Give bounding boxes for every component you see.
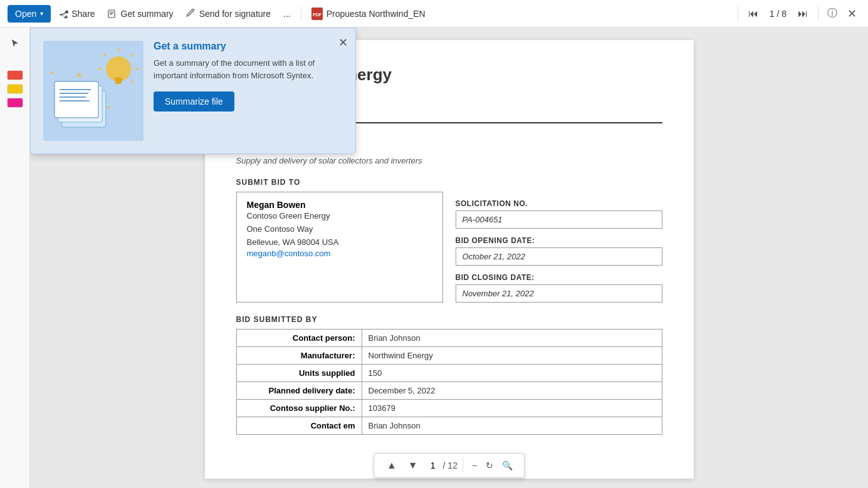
popup-title: Get a summary <box>154 41 343 52</box>
main-area: ntoso Green Energy Contoso Way lvue, WA … <box>0 28 868 488</box>
zoom-out-button[interactable]: − <box>468 458 481 473</box>
table-row: Units supplied150 <box>236 365 662 382</box>
pdf-icon: PDF <box>311 8 323 20</box>
svg-rect-6 <box>55 81 98 118</box>
summarize-label: Summarize file <box>165 96 223 106</box>
signature-icon <box>186 9 196 19</box>
bottom-page-input[interactable] <box>424 460 442 470</box>
table-row: Planned delivery date:December 5, 2022 <box>236 382 662 400</box>
send-signature-label: Send for signature <box>199 9 271 19</box>
solicitation-box: SOLICITATION NO. PA-004651 BID OPENING D… <box>456 192 662 303</box>
right-separator <box>738 6 738 21</box>
bottom-separator <box>463 459 463 472</box>
solicitation-label: SOLICITATION NO. <box>456 199 662 208</box>
bottom-up-button[interactable]: ▲ <box>382 457 402 474</box>
red-ink-tool[interactable] <box>7 70 23 80</box>
summarize-file-button[interactable]: Summarize file <box>154 91 234 112</box>
more-button[interactable]: ... <box>278 5 296 23</box>
close-button[interactable]: ✕ <box>844 3 860 24</box>
cursor-tool[interactable] <box>6 35 24 55</box>
popup-illustration: ✦ ✦ ✦ <box>43 41 144 141</box>
row-label: Units supplied <box>236 365 362 382</box>
separator <box>301 6 301 21</box>
page-current: 1 <box>770 9 775 19</box>
contact-company: Contoso Green Energy <box>247 210 432 223</box>
table-row: Contact emBrian Johnson <box>236 417 662 435</box>
bid-submitted-label: BID SUBMITTED BY <box>236 315 662 324</box>
last-page-button[interactable]: ⏭ <box>793 4 813 23</box>
row-label: Manufacturer: <box>236 347 362 365</box>
svg-text:PDF: PDF <box>313 13 322 17</box>
open-button[interactable]: Open ▾ <box>8 5 51 23</box>
share-label: Share <box>71 9 95 19</box>
submitted-table: Contact person:Brian JohnsonManufacturer… <box>236 329 662 435</box>
pink-ink-tool[interactable] <box>7 98 23 108</box>
bottom-navigation-bar: ▲ ▼ / 12 − ↻ 🔍 <box>374 453 525 478</box>
right-separator2 <box>818 6 818 21</box>
doc-subtitle: Supply and delivery of solar collectors … <box>236 156 662 165</box>
get-summary-label: Get summary <box>121 9 174 19</box>
toolbar: Open ▾ Share Get summary Send for signat… <box>0 0 868 28</box>
cursor-icon <box>10 39 20 49</box>
popup-close-button[interactable]: ✕ <box>338 36 348 49</box>
popup-text-area: Get a summary Get a summary of the docum… <box>154 41 343 141</box>
bid-closing-label: BID CLOSING DATE: <box>456 273 662 282</box>
submit-bid-label: SUBMIT BID TO <box>236 178 662 187</box>
bid-to-grid: Megan Bowen Contoso Green Energy One Con… <box>236 192 662 303</box>
info-button[interactable]: ⓘ <box>824 3 841 24</box>
zoom-search-button[interactable]: 🔍 <box>498 458 516 473</box>
contact-address2: Bellevue, WA 98004 USA <box>247 236 432 249</box>
first-page-button[interactable]: ⏮ <box>743 4 763 23</box>
open-label: Open <box>15 9 36 19</box>
row-value: Brian Johnson <box>362 330 662 347</box>
filename-label: Propuesta Northwind_EN <box>327 9 426 19</box>
popup-description: Get a summary of the document with a lis… <box>154 57 343 81</box>
submit-address-box: Megan Bowen Contoso Green Energy One Con… <box>236 192 443 303</box>
illustration-svg: ✦ ✦ ✦ <box>43 41 144 141</box>
bid-submitted-section: BID SUBMITTED BY Contact person:Brian Jo… <box>236 315 662 435</box>
yellow-ink-tool[interactable] <box>7 84 23 94</box>
popup-content: ✦ ✦ ✦ Get a summary Get a summary of the… <box>31 28 355 153</box>
send-signature-button[interactable]: Send for signature <box>181 5 276 23</box>
svg-text:✦: ✦ <box>106 104 111 111</box>
row-label: Planned delivery date: <box>236 382 362 400</box>
row-value: December 5, 2022 <box>362 382 662 400</box>
summary-icon <box>108 9 118 19</box>
table-row: Manufacturer:Northwind Energy <box>236 347 662 365</box>
bid-opening-value: October 21, 2022 <box>456 247 662 266</box>
svg-text:✦: ✦ <box>50 70 55 76</box>
rotate-button[interactable]: ↻ <box>482 458 497 473</box>
bid-opening-label: BID OPENING DATE: <box>456 236 662 245</box>
svg-rect-13 <box>115 80 122 84</box>
row-label: Contact em <box>236 417 362 435</box>
row-value: 150 <box>362 365 662 382</box>
row-value: Northwind Energy <box>362 347 662 365</box>
more-icon: ... <box>283 9 291 19</box>
contact-email: meganb@contoso.com <box>247 249 432 258</box>
row-value: Brian Johnson <box>362 417 662 435</box>
get-summary-popup: ✦ ✦ ✦ Get a summary Get a summary of the… <box>30 28 356 154</box>
row-label: Contoso supplier No.: <box>236 400 362 417</box>
document-viewer: ntoso Green Energy Contoso Way lvue, WA … <box>30 28 868 488</box>
table-row: Contact person:Brian Johnson <box>236 330 662 347</box>
contact-address1: One Contoso Way <box>247 223 432 236</box>
page-total: 8 <box>782 9 787 19</box>
row-value: 103679 <box>362 400 662 417</box>
svg-text:✦: ✦ <box>76 70 83 80</box>
solicitation-value: PA-004651 <box>456 210 662 229</box>
share-icon <box>58 9 68 19</box>
open-chevron-icon: ▾ <box>40 10 43 17</box>
row-label: Contact person: <box>236 330 362 347</box>
bottom-down-button[interactable]: ▼ <box>403 457 423 474</box>
get-summary-button[interactable]: Get summary <box>103 5 179 23</box>
bid-closing-value: November 21, 2022 <box>456 284 662 303</box>
svg-rect-0 <box>108 10 115 18</box>
share-button[interactable]: Share <box>53 5 100 23</box>
toolbar-right: ⏮ 1 / 8 ⏭ ⓘ ✕ <box>735 3 860 24</box>
page-indicator: 1 / 8 <box>766 9 790 19</box>
contact-name: Megan Bowen <box>247 200 432 210</box>
bottom-page-total: / 12 <box>443 460 458 470</box>
table-row: Contoso supplier No.:103679 <box>236 400 662 417</box>
filename-area: PDF Propuesta Northwind_EN <box>311 8 426 20</box>
left-sidebar <box>0 28 30 488</box>
